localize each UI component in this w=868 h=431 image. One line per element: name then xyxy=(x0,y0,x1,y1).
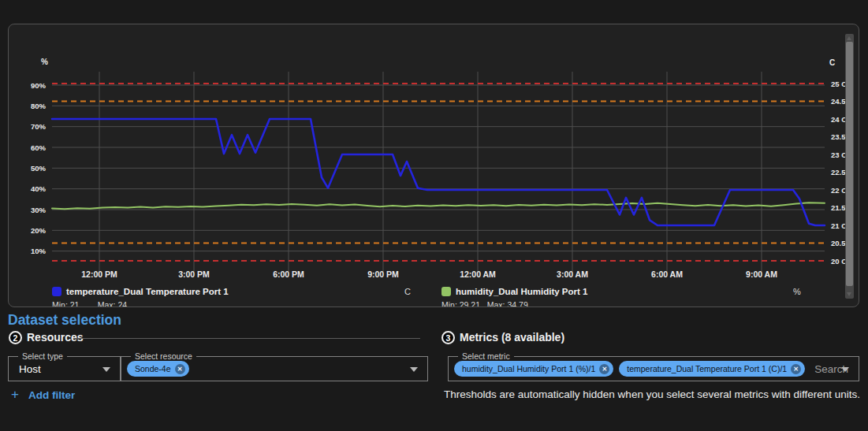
add-filter-button[interactable]: + Add filter xyxy=(11,387,75,403)
scroll-down-icon[interactable] xyxy=(847,292,851,296)
remove-chip-icon[interactable] xyxy=(175,364,185,374)
resources-section-label: Resources xyxy=(27,331,84,344)
select-resource-field[interactable]: Select resource Sonde-4e xyxy=(121,356,428,381)
legend-minmax-temperature: Min: 21 Max: 24 xyxy=(52,300,127,307)
remove-chip-icon[interactable] xyxy=(791,364,801,374)
legend-label: humidity_Dual Humidity Port 1 xyxy=(456,287,587,296)
svg-text:12:00 AM: 12:00 AM xyxy=(460,269,496,279)
svg-text:21.5: 21.5 xyxy=(831,203,846,212)
chevron-down-icon[interactable] xyxy=(841,367,849,372)
svg-text:30%: 30% xyxy=(31,206,47,214)
legend-item-temperature[interactable]: temperature_Dual Temperature Port 1 xyxy=(52,285,229,298)
svg-text:%: % xyxy=(41,58,48,66)
metric-chip-temperature[interactable]: temperature_Dual Temperature Port 1 (C)/… xyxy=(619,361,805,377)
metric-chip-humidity[interactable]: humidity_Dual Humidity Port 1 (%)/1 xyxy=(454,361,613,377)
svg-text:50%: 50% xyxy=(31,164,47,173)
page-title: Dataset selection xyxy=(8,312,121,329)
svg-text:40%: 40% xyxy=(31,184,47,193)
svg-text:80%: 80% xyxy=(31,102,47,110)
svg-text:6:00 AM: 6:00 AM xyxy=(651,269,683,279)
svg-text:20%: 20% xyxy=(31,226,47,235)
metrics-chart: 90%80%70%60%50%40%30%20%10%12:00 PM3:00 … xyxy=(9,24,859,284)
scrollbar-thumb[interactable] xyxy=(846,42,853,286)
plus-icon: + xyxy=(11,387,19,403)
svg-text:6:00 PM: 6:00 PM xyxy=(273,269,304,279)
metric-chip-label: humidity_Dual Humidity Port 1 (%)/1 xyxy=(462,364,595,373)
resource-chip-label: Sonde-4e xyxy=(135,364,171,373)
select-metric-field[interactable]: Select metric humidity_Dual Humidity Por… xyxy=(448,356,859,381)
chevron-down-icon[interactable] xyxy=(102,367,110,372)
svg-text:3:00 PM: 3:00 PM xyxy=(178,269,210,279)
select-type-label: Select type xyxy=(18,351,67,361)
svg-text:10%: 10% xyxy=(31,247,47,255)
legend-unit-c: C xyxy=(404,287,411,296)
step-badge-resources: 2 xyxy=(9,331,22,344)
resources-divider xyxy=(75,338,420,339)
svg-text:C: C xyxy=(829,58,835,67)
select-type-value: Host xyxy=(9,363,41,375)
humidity-series-swatch xyxy=(441,287,451,296)
chevron-down-icon[interactable] xyxy=(410,367,418,372)
svg-text:24.5: 24.5 xyxy=(831,97,846,106)
svg-text:70%: 70% xyxy=(31,122,47,131)
step-badge-metrics: 3 xyxy=(441,331,455,344)
remove-chip-icon[interactable] xyxy=(599,364,609,374)
select-resource-label: Select resource xyxy=(131,351,196,361)
svg-text:3:00 AM: 3:00 AM xyxy=(557,269,588,279)
svg-text:9:00 PM: 9:00 PM xyxy=(367,269,399,279)
threshold-note: Thresholds are automatically hidden when… xyxy=(444,388,860,400)
svg-text:9:00 AM: 9:00 AM xyxy=(746,269,777,279)
widget-config-page: 90%80%70%60%50%40%30%20%10%12:00 PM3:00 … xyxy=(0,0,868,431)
select-metric-label: Select metric xyxy=(458,351,514,361)
select-type-dropdown[interactable]: Select type Host xyxy=(8,356,121,381)
legend-minmax-humidity: Min: 29.21 Max: 34.79 xyxy=(441,300,528,307)
legend-item-humidity[interactable]: humidity_Dual Humidity Port 1 xyxy=(441,285,587,298)
scroll-up-icon[interactable] xyxy=(847,36,851,40)
legend-label: temperature_Dual Temperature Port 1 xyxy=(66,287,229,296)
svg-text:60%: 60% xyxy=(31,143,47,152)
legend-unit-percent: % xyxy=(793,287,801,296)
svg-text:90%: 90% xyxy=(31,81,47,90)
svg-text:22.5: 22.5 xyxy=(831,168,846,176)
add-filter-label: Add filter xyxy=(28,389,75,401)
metric-chip-label: temperature_Dual Temperature Port 1 (C)/… xyxy=(627,364,787,373)
svg-text:20.5: 20.5 xyxy=(831,239,846,247)
svg-text:12:00 PM: 12:00 PM xyxy=(81,269,117,279)
chart-scrollbar[interactable] xyxy=(845,34,854,299)
chart-panel: 90%80%70%60%50%40%30%20%10%12:00 PM3:00 … xyxy=(8,24,859,307)
svg-text:23.5: 23.5 xyxy=(831,132,846,141)
metrics-section-label: Metrics (8 available) xyxy=(460,331,564,344)
resource-chip[interactable]: Sonde-4e xyxy=(127,361,189,377)
temperature-series-swatch xyxy=(52,287,61,296)
